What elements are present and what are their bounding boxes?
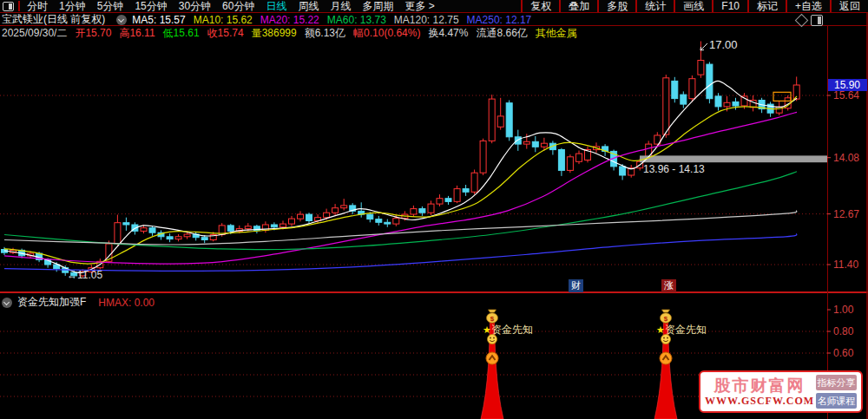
ma-lines-layer: [4, 81, 797, 272]
quote-field-2: 高16.11: [119, 26, 155, 41]
watermark-text: 股市财富网 WWW.GSCFW.COM: [705, 376, 814, 407]
period-tab-4[interactable]: 30分钟: [179, 0, 211, 12]
quote-field-4: 收15.74: [207, 26, 244, 41]
stock-info-row: 宝武镁业(日线 前复权) MA5: 15.57MA10: 15.62MA20: …: [2, 13, 539, 26]
support-band: [640, 155, 828, 162]
signal-label: 资金先知: [491, 324, 533, 336]
toolbar-button-8[interactable]: 返回: [830, 0, 868, 12]
toolbar-button-6[interactable]: 标记: [747, 0, 786, 12]
ma-line-ma10: [4, 96, 797, 264]
toolbar-button-4[interactable]: 画线: [674, 0, 712, 12]
watermark-badge-2: 名师课程: [816, 393, 857, 409]
quote-field-1: 开15.70: [75, 26, 111, 41]
signal-spike-0: $★资金先知: [481, 310, 533, 419]
layout-toggle-icon[interactable]: [3, 2, 14, 11]
chevron-down-icon[interactable]: [116, 15, 127, 25]
price-label: 14.08: [833, 152, 859, 164]
ma-legend-0: MA5: 15.57: [132, 14, 185, 26]
toolbar: 分时1分钟5分钟15分钟30分钟60分钟日线周线月线多周期更多 > 复权叠加多股…: [0, 0, 868, 13]
period-tab-7[interactable]: 周线: [298, 0, 319, 12]
quote-field-9: 流通8.66亿: [476, 26, 527, 41]
split-panel-icon[interactable]: [811, 15, 823, 26]
sub-axis-label: 0.80: [833, 325, 854, 337]
up-arrow-coin-icon: [660, 352, 672, 364]
gridlines-layer: [0, 95, 827, 396]
period-tab-8[interactable]: 月线: [330, 0, 351, 12]
period-tabs: 分时1分钟5分钟15分钟30分钟60分钟日线周线月线多周期更多 >: [0, 0, 446, 12]
watermark-site-name: 股市财富网: [705, 376, 814, 395]
smiley-icon: [661, 335, 671, 344]
toolbar-buttons: 复权叠加多股统计画线F10标记+自选返回: [521, 0, 868, 12]
toolbar-divider: [18, 1, 20, 11]
low-price-annotation: ←11.05: [67, 269, 102, 281]
watermark-card: 股市财富网 WWW.GSCFW.COM 指标分享 名师课程: [699, 370, 863, 413]
price-axis-labels: 15.6414.0812.6711.4015.901.000.800.60: [827, 79, 867, 359]
toolbar-button-2[interactable]: 多股: [597, 0, 635, 12]
quote-field-8: 换4.47%: [428, 26, 468, 41]
quote-field-5: 量386999: [252, 26, 297, 41]
ma-legend-5: MA250: 12.17: [467, 14, 532, 26]
signal-label: 资金先知: [665, 324, 707, 336]
money-bag-icon: $: [487, 310, 498, 323]
event-chip-zhang[interactable]: 涨: [661, 279, 676, 292]
quote-field-3: 低15.61: [163, 26, 200, 41]
sub-axis-label: 0.60: [833, 347, 854, 359]
period-tab-1[interactable]: 1分钟: [59, 0, 86, 12]
ma-legend-4: MA120: 12.75: [394, 14, 459, 26]
period-tab-9[interactable]: 多周期: [362, 0, 393, 12]
stock-title: 宝武镁业(日线 前复权): [2, 12, 105, 27]
toolbar-button-0[interactable]: 复权: [521, 0, 559, 12]
period-tab-0[interactable]: 分时: [27, 0, 48, 12]
svg-text:$: $: [664, 315, 668, 323]
money-bag-icon: $: [661, 310, 672, 323]
quote-field-0: 2025/09/30/二: [2, 26, 67, 41]
trading-app-window: 分时1分钟5分钟15分钟30分钟60分钟日线周线月线多周期更多 > 复权叠加多股…: [0, 0, 868, 419]
ma-legend-3: MA60: 13.73: [327, 14, 386, 26]
quote-field-7: 幅0.10(0.64%): [353, 26, 420, 41]
period-tab-6[interactable]: 日线: [266, 0, 286, 12]
chevron-down-icon[interactable]: [2, 298, 12, 308]
price-label: 12.67: [833, 208, 859, 220]
watermark-badge-1: 指标分享: [816, 375, 857, 390]
up-arrow-coin-icon: [486, 352, 498, 364]
ma-legend-2: MA20: 15.22: [260, 14, 319, 26]
smiley-icon: [488, 335, 497, 344]
toolbar-button-1[interactable]: 叠加: [559, 0, 597, 12]
toolbar-button-5[interactable]: F10: [712, 0, 747, 12]
toolbar-button-3[interactable]: 统计: [635, 0, 674, 12]
watermark-url: WWW.GSCFW.COM: [705, 395, 814, 407]
price-label: 15.64: [833, 89, 859, 101]
star-icon: ★: [483, 324, 491, 335]
toolbar-button-7[interactable]: +自选: [786, 0, 830, 12]
band-annotation: 13.96 - 14.13: [643, 163, 705, 175]
svg-text:$: $: [490, 315, 495, 323]
sub-indicator-hmax: HMAX: 0.00: [98, 297, 155, 309]
quote-row: 2025/09/30/二开15.70高16.11低15.61收15.74量386…: [2, 27, 585, 40]
quote-field-6: 额6.13亿: [305, 26, 345, 41]
ma-legend-1: MA10: 15.62: [194, 14, 253, 26]
high-annotation-arrow: [700, 43, 707, 50]
high-price-annotation: 17.00: [709, 38, 738, 51]
price-label: 11.40: [833, 259, 858, 271]
sub-axis-label: 1.00: [833, 304, 854, 316]
ma-line-ma20: [4, 112, 797, 264]
watermark-badges: 指标分享 名师课程: [816, 375, 857, 409]
sub-indicator-title: 资金先知加强F: [17, 295, 86, 310]
event-chip-cai[interactable]: 财: [569, 279, 583, 292]
period-tab-2[interactable]: 5分钟: [97, 0, 124, 12]
sub-indicator-header: 资金先知加强F HMAX: 0.00: [2, 295, 155, 310]
quote-field-10: 其他金属: [536, 26, 577, 41]
last-price-tag-text: 15.90: [834, 79, 860, 91]
chart-canvas[interactable]: $★资金先知$★资金先知15.6414.0812.6711.4015.901.0…: [0, 0, 868, 419]
period-tab-3[interactable]: 15分钟: [135, 0, 167, 12]
ma-line-ma60: [4, 172, 797, 250]
period-tab-10[interactable]: 更多 >: [404, 0, 434, 12]
period-tab-5[interactable]: 60分钟: [222, 0, 254, 12]
star-icon: ★: [656, 324, 665, 335]
